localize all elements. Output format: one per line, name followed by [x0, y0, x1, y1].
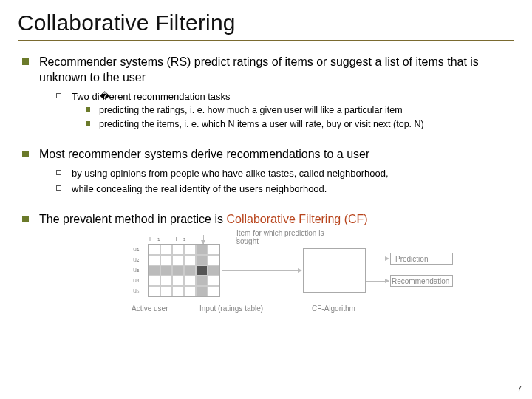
prefix-text: The prevalent method in practice is — [39, 213, 226, 225]
output-label: Recommendation — [392, 277, 449, 285]
bullet-text: predicting the items, i. e. which N item… — [99, 118, 424, 131]
bullet-level2: by using opinions from people who have a… — [56, 167, 514, 180]
slide-title: Collaborative Filtering — [18, 10, 514, 41]
arrow-icon — [366, 259, 389, 259]
square-bullet-icon — [22, 58, 29, 65]
bullet-level3: predicting the items, i. e. which N item… — [86, 118, 514, 131]
row-label: u₅ — [133, 285, 140, 296]
bullet-level2: Two di�erent recommendation tasks — [56, 90, 514, 103]
bullet-text: Most recommender systems derive recommen… — [39, 147, 369, 163]
cf-label: CF-Algorithm — [312, 304, 355, 313]
hollow-square-icon — [56, 185, 61, 191]
cf-algorithm-box — [303, 248, 366, 293]
arrow-icon — [222, 270, 301, 271]
hollow-square-icon — [56, 93, 61, 98]
page-number: 7 — [517, 384, 522, 393]
row-labels: u₁ u₂ u₃ u₄ u₅ — [133, 244, 140, 296]
row-label: u₂ — [133, 254, 140, 265]
row-label: u₃ — [133, 265, 140, 275]
bullet-level3: predicting the ratings, i. e. how much a… — [86, 104, 514, 117]
bullet-text: The prevalent method in practice is Coll… — [39, 212, 368, 228]
row-label: u₄ — [133, 275, 140, 285]
bullet-text: Recommender systems (RS) predict ratings… — [39, 55, 514, 86]
output-label: Prediction — [395, 255, 428, 263]
arrow-icon — [366, 281, 389, 282]
square-bullet-icon — [22, 151, 29, 157]
bullet-level1: The prevalent method in practice is Coll… — [22, 212, 514, 228]
bullet-text: by using opinions from people who have a… — [72, 167, 389, 180]
square-bullet-icon — [86, 121, 90, 126]
cf-diagram: Item for which prediction is sought i₁ i… — [81, 233, 451, 330]
bullet-level2: while concealing the real identity of th… — [56, 183, 514, 196]
bullet-level1: Recommender systems (RS) predict ratings… — [22, 55, 514, 86]
ratings-matrix — [148, 244, 220, 297]
input-label: Input (ratings table) — [200, 304, 263, 313]
square-bullet-icon — [22, 216, 29, 222]
bullet-text: Two di�erent recommendation tasks — [72, 90, 231, 103]
active-user-label: Active user — [132, 304, 168, 313]
hollow-square-icon — [56, 170, 61, 175]
col-labels: i₁ i₂ ··· iₙ — [149, 235, 253, 242]
highlight-text: Collaborative Filtering (CF) — [226, 213, 367, 225]
bullet-text: predicting the ratings, i. e. how much a… — [99, 104, 403, 117]
bullet-text: while concealing the real identity of th… — [72, 183, 327, 196]
row-label: u₁ — [133, 244, 140, 254]
square-bullet-icon — [86, 107, 90, 112]
bullet-level1: Most recommender systems derive recommen… — [22, 147, 514, 163]
